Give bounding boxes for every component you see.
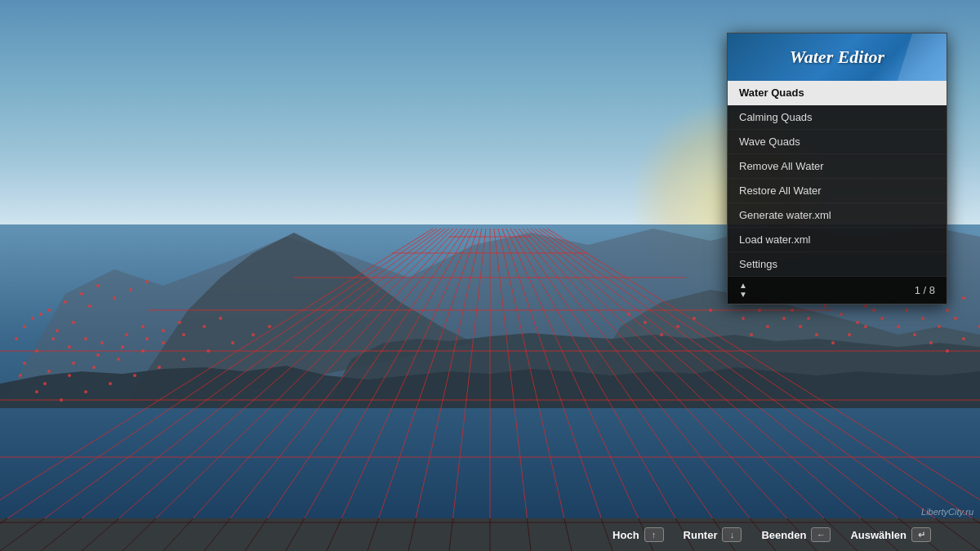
hud-key-auswaehlen: ↵ — [911, 527, 931, 542]
menu-item-water-quads[interactable]: Water Quads — [728, 81, 947, 105]
nav-down-arrow[interactable]: ▼ — [739, 291, 747, 299]
nav-up-arrow[interactable]: ▲ — [739, 282, 747, 290]
hud-item-auswaehlen: Auswählen↵ — [850, 527, 931, 542]
menu-list: Water QuadsCalming QuadsWave QuadsRemove… — [728, 81, 947, 277]
hud-label-hoch: Hoch — [612, 529, 639, 541]
hud-item-hoch: Hoch↑ — [612, 527, 664, 542]
nav-arrows[interactable]: ▲ ▼ — [739, 282, 747, 299]
page-indicator: 1 / 8 — [915, 284, 935, 296]
menu-item-wave-quads[interactable]: Wave Quads — [728, 130, 947, 154]
menu-item-load-water-xml[interactable]: Load water.xml — [728, 228, 947, 252]
menu-item-generate-water-xml[interactable]: Generate water.xml — [728, 203, 947, 228]
hud-label-runter: Runter — [684, 529, 718, 541]
menu-item-restore-all-water[interactable]: Restore All Water — [728, 179, 947, 203]
panel-header: Water Editor — [728, 33, 947, 81]
hud-key-hoch: ↑ — [644, 527, 664, 542]
water-editor-panel: Water Editor Water QuadsCalming QuadsWav… — [727, 33, 947, 304]
panel-title: Water Editor — [790, 47, 884, 67]
menu-item-calming-quads[interactable]: Calming Quads — [728, 105, 947, 130]
menu-item-settings[interactable]: Settings — [728, 252, 947, 277]
hud-item-beenden: Beenden← — [761, 527, 831, 542]
watermark: LibertyCity.ru — [921, 507, 973, 517]
menu-item-remove-all-water[interactable]: Remove All Water — [728, 154, 947, 179]
hud-label-beenden: Beenden — [761, 529, 806, 541]
hud-bar: Hoch↑Runter↓Beenden←Auswählen↵ — [0, 518, 980, 551]
panel-footer: ▲ ▼ 1 / 8 — [728, 277, 947, 304]
hud-key-runter: ↓ — [722, 527, 742, 542]
hud-label-auswaehlen: Auswählen — [850, 529, 906, 541]
hud-item-runter: Runter↓ — [684, 527, 742, 542]
hud-key-beenden: ← — [811, 527, 831, 542]
